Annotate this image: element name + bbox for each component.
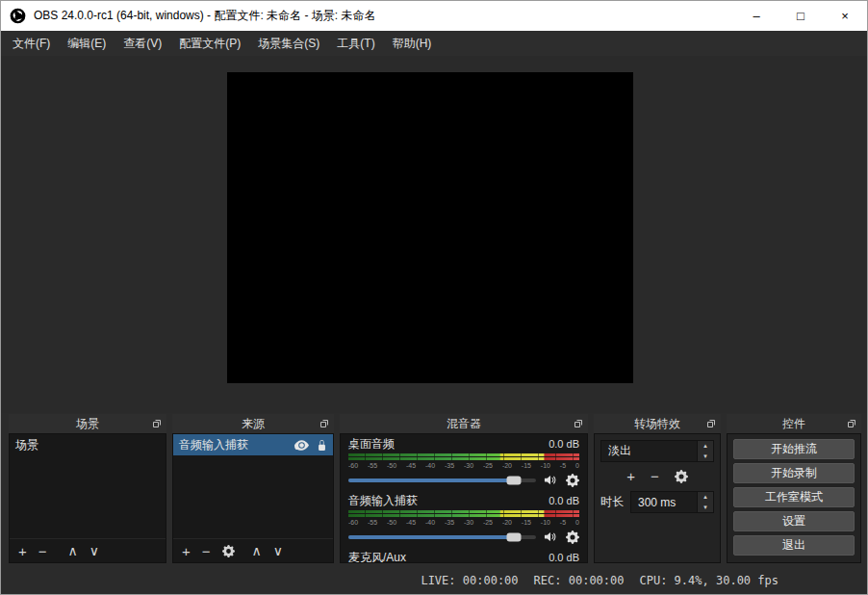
tick: -30 xyxy=(464,461,473,470)
source-up-button[interactable]: ∧ xyxy=(252,544,262,557)
preview-area xyxy=(1,56,867,413)
sources-dock: 来源 音频输入捕获 xyxy=(172,414,334,563)
mixer-track-desktop-audio: 桌面音频 0.0 dB -60-55-50-45-40-35-30-25-20-… xyxy=(348,437,579,490)
dock-popout-icon[interactable] xyxy=(574,419,583,428)
duration-spinbox[interactable]: 300 ms ▴ ▾ xyxy=(630,491,714,513)
volume-slider[interactable] xyxy=(348,479,536,482)
lock-icon[interactable] xyxy=(317,440,327,451)
meter-scale: -60-55-50-45-40-35-30-25-20-15-10-50 xyxy=(348,461,579,470)
controls-dock-header[interactable]: 控件 xyxy=(727,414,861,433)
tick: -25 xyxy=(483,518,493,527)
maximize-button[interactable]: □ xyxy=(779,1,823,31)
window-controls: – □ × xyxy=(734,1,867,31)
track-volume-db: 0.0 dB xyxy=(549,494,579,508)
close-button[interactable]: × xyxy=(823,1,867,31)
scene-item[interactable]: 场景 xyxy=(10,434,166,455)
scenes-dock: 场景 场景 + − ∧ ∨ xyxy=(9,414,166,563)
mixer-dock-title: 混音器 xyxy=(447,416,481,432)
track-volume-db: 0.0 dB xyxy=(549,437,579,452)
tick: -35 xyxy=(445,461,454,470)
tick: -5 xyxy=(560,518,566,527)
transition-select[interactable]: 淡出 ▴ ▾ xyxy=(600,440,714,462)
tick: -20 xyxy=(502,461,512,470)
duration-label: 时长 xyxy=(600,494,624,510)
status-bar: LIVE: 00:00:00 REC: 00:00:00 CPU: 9.4%, … xyxy=(1,567,867,594)
transition-properties-gear-icon[interactable] xyxy=(675,470,688,483)
track-settings-gear-icon[interactable] xyxy=(566,474,579,487)
controls-dock: 控件 开始推流 开始录制 工作室模式 设置 退出 xyxy=(727,414,861,563)
tick: -55 xyxy=(368,518,377,527)
menu-profile[interactable]: 配置文件(P) xyxy=(170,32,249,56)
tick: -40 xyxy=(425,461,435,470)
add-scene-button[interactable]: + xyxy=(18,544,27,558)
tick: -55 xyxy=(368,461,377,470)
spin-down-icon[interactable]: ▾ xyxy=(698,452,713,462)
speaker-mute-icon[interactable] xyxy=(544,473,558,487)
source-item[interactable]: 音频输入捕获 xyxy=(173,434,333,455)
menu-scene-collection[interactable]: 场景集合(S) xyxy=(249,32,328,56)
rec-time: REC: 00:00:00 xyxy=(534,574,625,587)
menu-tools[interactable]: 工具(T) xyxy=(328,32,383,56)
tick: -30 xyxy=(464,518,473,527)
mixer-dock: 混音器 桌面音频 0.0 dB -60-55-50-45-40-35-30-25… xyxy=(340,414,588,563)
volume-meter xyxy=(348,453,579,460)
settings-button[interactable]: 设置 xyxy=(733,511,855,531)
dock-popout-icon[interactable] xyxy=(706,419,716,428)
sources-dock-title: 来源 xyxy=(242,416,265,432)
mixer-dock-header[interactable]: 混音器 xyxy=(340,414,588,433)
transitions-dock-title: 转场特效 xyxy=(634,416,680,432)
dock-popout-icon[interactable] xyxy=(847,419,856,428)
scenes-dock-title: 场景 xyxy=(76,416,99,432)
track-settings-gear-icon[interactable] xyxy=(566,530,579,544)
scenes-list: 场景 xyxy=(10,434,166,538)
menu-file[interactable]: 文件(F) xyxy=(4,32,59,56)
source-properties-gear-icon[interactable] xyxy=(222,545,235,557)
spin-up-icon[interactable]: ▴ xyxy=(698,441,713,452)
studio-mode-button[interactable]: 工作室模式 xyxy=(733,487,855,507)
scenes-dock-header[interactable]: 场景 xyxy=(9,414,166,433)
menu-view[interactable]: 查看(V) xyxy=(115,32,170,56)
start-streaming-button[interactable]: 开始推流 xyxy=(733,439,855,459)
tick: -60 xyxy=(348,518,358,527)
tick: -60 xyxy=(348,461,358,470)
start-recording-button[interactable]: 开始录制 xyxy=(733,463,855,483)
tick: -35 xyxy=(445,518,454,527)
dock-popout-icon[interactable] xyxy=(152,419,162,428)
tick: -15 xyxy=(522,461,531,470)
transitions-dock-header[interactable]: 转场特效 xyxy=(594,414,721,433)
preview-canvas[interactable] xyxy=(227,72,633,383)
transition-selected-value: 淡出 xyxy=(608,443,697,459)
speaker-mute-icon[interactable] xyxy=(544,530,558,544)
volume-slider-handle[interactable] xyxy=(506,532,521,541)
titlebar[interactable]: OBS 24.0.0-rc1 (64-bit, windows) - 配置文件:… xyxy=(1,1,867,31)
volume-slider-handle[interactable] xyxy=(506,476,521,484)
spin-up-icon[interactable]: ▴ xyxy=(698,492,713,503)
tick: -5 xyxy=(560,461,566,470)
track-volume-db: 0.0 dB xyxy=(549,551,579,563)
mixer-track-mic-aux: 麦克风/Aux 0.0 dB xyxy=(348,551,579,563)
minimize-button[interactable]: – xyxy=(734,1,779,31)
tick: -40 xyxy=(425,518,435,527)
menu-edit[interactable]: 编辑(E) xyxy=(59,32,115,56)
remove-transition-button[interactable]: − xyxy=(651,469,659,483)
add-transition-button[interactable]: + xyxy=(626,469,635,483)
spin-down-icon[interactable]: ▾ xyxy=(698,503,713,513)
add-source-button[interactable]: + xyxy=(182,544,191,558)
menu-help[interactable]: 帮助(H) xyxy=(384,32,441,56)
scene-up-button[interactable]: ∧ xyxy=(68,544,78,557)
dock-popout-icon[interactable] xyxy=(319,419,329,428)
cpu-fps-stats: CPU: 9.4%, 30.00 fps xyxy=(640,574,779,587)
scene-down-button[interactable]: ∨ xyxy=(89,544,99,557)
mixer-track-audio-input: 音频输入捕获 0.0 dB -60-55-50-45-40-35-30-25-2… xyxy=(348,494,579,547)
tick: -10 xyxy=(541,518,550,527)
meter-scale: -60-55-50-45-40-35-30-25-20-15-10-50 xyxy=(348,518,579,527)
visibility-eye-icon[interactable] xyxy=(294,438,309,453)
remove-source-button[interactable]: − xyxy=(202,544,211,558)
duration-value: 300 ms xyxy=(638,496,676,509)
volume-slider[interactable] xyxy=(348,535,536,539)
remove-scene-button[interactable]: − xyxy=(38,544,47,558)
exit-button[interactable]: 退出 xyxy=(733,535,855,556)
sources-dock-header[interactable]: 来源 xyxy=(172,414,334,433)
sources-list: 音频输入捕获 xyxy=(173,434,333,538)
source-down-button[interactable]: ∨ xyxy=(273,544,283,557)
